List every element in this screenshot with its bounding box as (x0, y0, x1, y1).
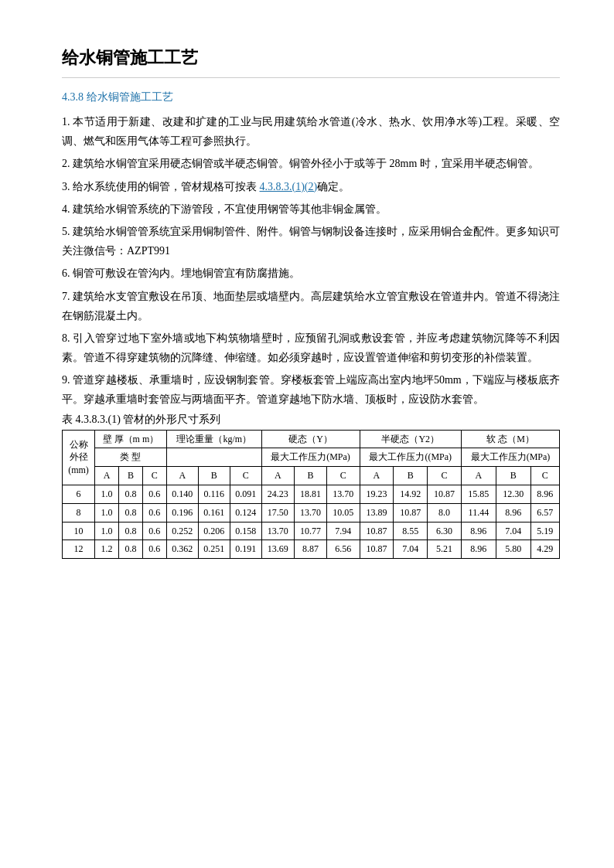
th-a2: A (166, 467, 198, 485)
cell-weight-c: 0.191 (230, 540, 261, 559)
col-soft: 软 态（M） (461, 430, 559, 448)
cell-soft-b: 8.96 (496, 503, 530, 522)
cell-thickness-a: 1.0 (95, 485, 119, 504)
soft-pressure: 最大工作压力(MPa) (461, 448, 559, 467)
cell-hard-a: 13.69 (261, 540, 294, 559)
cell-hard-c: 13.70 (327, 485, 360, 504)
cell-od: 12 (63, 540, 95, 559)
cell-hard-a: 24.23 (261, 485, 294, 504)
table-header-row-1: 公称外径(mm) 壁 厚（m m） 理论重量（kg/m） 硬态（Y） 半硬态（Y… (63, 430, 560, 448)
col-weight: 理论重量（kg/m） (166, 430, 261, 448)
col-od: 公称外径(mm) (63, 430, 95, 485)
para-6: 6. 铜管可敷设在管沟内。埋地铜管宜有防腐措施。 (62, 264, 560, 283)
th-b1: B (118, 467, 142, 485)
cell-hard-b: 10.77 (294, 522, 326, 540)
cell-thickness-a: 1.0 (95, 503, 119, 522)
title-divider (62, 77, 560, 78)
cell-thickness-a: 1.0 (95, 522, 119, 540)
cell-weight-c: 0.124 (230, 503, 261, 522)
cell-soft-c: 6.57 (530, 503, 559, 522)
th-b5: B (496, 467, 530, 485)
table-row: 81.00.80.60.1960.1610.12417.5013.7010.05… (63, 503, 560, 522)
cell-semi-b: 7.04 (394, 540, 428, 559)
th-c1: C (142, 467, 166, 485)
cell-soft-c: 8.96 (530, 485, 559, 504)
cell-weight-b: 0.116 (198, 485, 230, 504)
th-c2: C (230, 467, 261, 485)
semi-pressure: 最大工作压力((MPa) (360, 448, 461, 467)
th-b4: B (394, 467, 428, 485)
cell-thickness-b: 0.8 (118, 485, 142, 504)
th-b3: B (294, 467, 326, 485)
cell-soft-a: 8.96 (461, 540, 496, 559)
cell-soft-c: 4.29 (530, 540, 559, 559)
th-c3: C (327, 467, 360, 485)
cell-semi-c: 8.0 (428, 503, 462, 522)
th-a5: A (461, 467, 496, 485)
th-c4: C (428, 467, 462, 485)
th-a3: A (261, 467, 294, 485)
weight-abc (166, 448, 261, 467)
para-3: 3. 给水系统使用的铜管，管材规格可按表 4.3.8.3.(1)(2)确定。 (62, 177, 560, 196)
cell-weight-a: 0.140 (166, 485, 198, 504)
cell-hard-a: 17.50 (261, 503, 294, 522)
cell-hard-b: 13.70 (294, 503, 326, 522)
cell-weight-b: 0.251 (198, 540, 230, 559)
cell-hard-b: 18.81 (294, 485, 326, 504)
col-thickness: 壁 厚（m m） (95, 430, 167, 448)
table-title: 表 4.3.8.3.(1) 管材的外形尺寸系列 (62, 413, 560, 427)
cell-weight-c: 0.158 (230, 522, 261, 540)
cell-weight-a: 0.252 (166, 522, 198, 540)
th-a1: A (95, 467, 119, 485)
cell-soft-c: 5.19 (530, 522, 559, 540)
th-b2: B (198, 467, 230, 485)
section-heading: 4.3.8 给水铜管施工工艺 (62, 90, 560, 104)
cell-semi-b: 14.92 (394, 485, 428, 504)
th-c5: C (530, 467, 559, 485)
cell-semi-a: 10.87 (360, 540, 394, 559)
cell-hard-c: 6.56 (327, 540, 360, 559)
para-2: 2. 建筑给水铜管宜采用硬态铜管或半硬态铜管。铜管外径小于或等于 28mm 时，… (62, 154, 560, 173)
cell-semi-a: 19.23 (360, 485, 394, 504)
type-label: 类 型 (95, 448, 167, 467)
para-1: 1. 本节适用于新建、改建和扩建的工业与民用建筑给水管道(冷水、热水、饮用净水等… (62, 112, 560, 151)
cell-od: 8 (63, 503, 95, 522)
cell-hard-a: 13.70 (261, 522, 294, 540)
cell-thickness-b: 0.8 (118, 503, 142, 522)
para-8: 8. 引入管穿过地下室外墙或地下构筑物墙壁时，应预留孔洞或敷设套管，并应考虑建筑… (62, 328, 560, 367)
cell-semi-c: 10.87 (428, 485, 462, 504)
table-row: 61.00.80.60.1400.1160.09124.2318.8113.70… (63, 485, 560, 504)
cell-thickness-b: 0.8 (118, 522, 142, 540)
cell-soft-a: 15.85 (461, 485, 496, 504)
dimensions-table: 公称外径(mm) 壁 厚（m m） 理论重量（kg/m） 硬态（Y） 半硬态（Y… (62, 430, 560, 560)
cell-soft-b: 5.80 (496, 540, 530, 559)
cell-soft-a: 11.44 (461, 503, 496, 522)
page-title: 给水铜管施工工艺 (62, 46, 560, 70)
cell-thickness-c: 0.6 (142, 485, 166, 504)
cell-weight-c: 0.091 (230, 485, 261, 504)
cell-thickness-a: 1.2 (95, 540, 119, 559)
cell-semi-b: 10.87 (394, 503, 428, 522)
cell-weight-b: 0.206 (198, 522, 230, 540)
cell-soft-b: 12.30 (496, 485, 530, 504)
main-content: 1. 本节适用于新建、改建和扩建的工业与民用建筑给水管道(冷水、热水、饮用净水等… (62, 112, 560, 410)
cell-soft-b: 7.04 (496, 522, 530, 540)
table-header-row-2: 类 型 最大工作压力(MPa) 最大工作压力((MPa) 最大工作压力(MPa) (63, 448, 560, 467)
th-a4: A (360, 467, 394, 485)
cell-thickness-c: 0.6 (142, 522, 166, 540)
table-row: 121.20.80.60.3620.2510.19113.698.876.561… (63, 540, 560, 559)
cell-semi-a: 13.89 (360, 503, 394, 522)
cell-weight-a: 0.196 (166, 503, 198, 522)
cell-semi-c: 5.21 (428, 540, 462, 559)
cell-semi-c: 6.30 (428, 522, 462, 540)
hard-pressure: 最大工作压力(MPa) (261, 448, 360, 467)
cell-weight-a: 0.362 (166, 540, 198, 559)
para-9: 9. 管道穿越楼板、承重墙时，应设钢制套管。穿楼板套管上端应高出室内地坪50mm… (62, 370, 560, 409)
table-row: 101.00.80.60.2520.2060.15813.7010.777.94… (63, 522, 560, 540)
cell-hard-c: 7.94 (327, 522, 360, 540)
col-semi: 半硬态（Y2） (360, 430, 461, 448)
para-7: 7. 建筑给水支管宜敷设在吊顶、地面垫层或墙壁内。高层建筑给水立管宜敷设在管道井… (62, 287, 560, 325)
cell-hard-b: 8.87 (294, 540, 326, 559)
cell-soft-a: 8.96 (461, 522, 496, 540)
cell-hard-c: 10.05 (327, 503, 360, 522)
